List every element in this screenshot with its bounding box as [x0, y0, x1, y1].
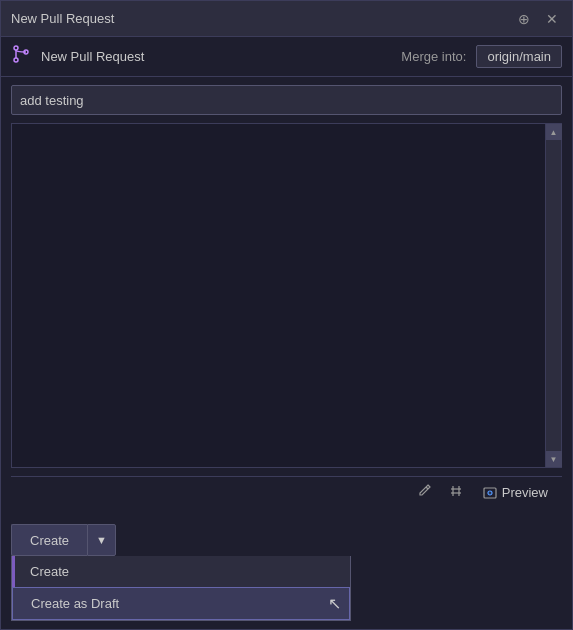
pin-icon: ⊕: [518, 11, 530, 27]
preview-icon: [482, 485, 498, 501]
window-title: New Pull Request: [11, 11, 114, 26]
create-dropdown-menu: Create Create as Draft ↖: [11, 556, 351, 621]
toolbar: New Pull Request Merge into: origin/main: [1, 37, 572, 77]
svg-point-12: [489, 492, 490, 493]
svg-line-5: [426, 487, 428, 489]
pin-button[interactable]: ⊕: [514, 10, 534, 28]
title-bar-left: New Pull Request: [11, 11, 114, 26]
description-textarea[interactable]: [12, 124, 545, 467]
editor-toolbar: Preview: [11, 476, 562, 508]
close-icon: ✕: [546, 11, 558, 27]
toolbar-title: New Pull Request: [41, 49, 144, 64]
svg-point-0: [14, 46, 18, 50]
scrollbar[interactable]: ▲ ▼: [545, 124, 561, 467]
create-dropdown-button[interactable]: ▼: [87, 524, 116, 556]
description-area: ▲ ▼: [11, 123, 562, 468]
title-bar-actions: ⊕ ✕: [514, 10, 562, 28]
scroll-up-button[interactable]: ▲: [546, 124, 562, 140]
merge-branch-value: origin/main: [476, 45, 562, 68]
create-as-draft-menu-item[interactable]: Create as Draft ↖: [12, 587, 350, 620]
create-button-group: Create ▼: [11, 524, 562, 556]
create-menu-item[interactable]: Create: [12, 556, 350, 587]
dropdown-arrow-icon: ▼: [96, 534, 107, 546]
edit-mode-button[interactable]: [412, 481, 436, 504]
format-button[interactable]: [444, 481, 468, 504]
pr-icon: [11, 44, 31, 69]
preview-label: Preview: [502, 485, 548, 500]
new-pull-request-window: New Pull Request ⊕ ✕ New Pull Request: [0, 0, 573, 630]
svg-point-1: [14, 58, 18, 62]
scroll-down-button[interactable]: ▼: [546, 451, 562, 467]
title-bar: New Pull Request ⊕ ✕: [1, 1, 572, 37]
bottom-area: Create ▼ Create Create as Draft ↖: [1, 516, 572, 629]
hash-icon: [448, 483, 464, 499]
cursor-icon: ↖: [328, 594, 341, 613]
close-button[interactable]: ✕: [542, 10, 562, 28]
pr-title-input[interactable]: [11, 85, 562, 115]
merge-into-label: Merge into:: [401, 49, 466, 64]
content-area: ▲ ▼: [1, 77, 572, 516]
pencil-icon: [416, 483, 432, 499]
create-button[interactable]: Create: [11, 524, 87, 556]
preview-button[interactable]: Preview: [476, 483, 554, 503]
